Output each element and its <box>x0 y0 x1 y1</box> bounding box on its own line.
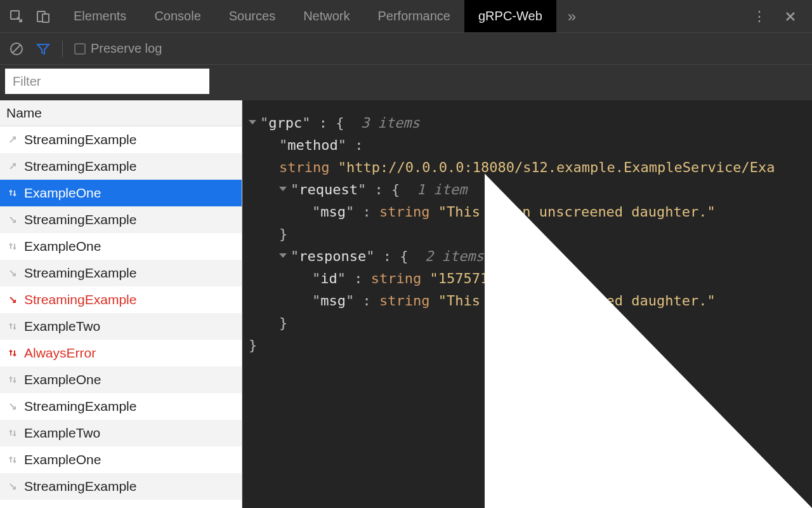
device-icon[interactable] <box>36 9 51 24</box>
tab-elements[interactable]: Elements <box>60 0 140 32</box>
tree-row: string "http://0.0.0.0:18080/s12.example… <box>249 156 806 178</box>
toolbar: Preserve log <box>0 33 812 65</box>
list-header-name: Name <box>0 100 242 126</box>
list-item[interactable]: ExampleOne <box>0 446 242 473</box>
filter-input[interactable] <box>5 69 209 94</box>
toolbar-divider <box>62 41 63 57</box>
list-item-label: StreamingExample <box>24 132 136 147</box>
tree-row[interactable]: "msg" : string "This is an unscreened da… <box>249 201 806 223</box>
detail-panel: "grpc" : { 3 items "method" : string "ht… <box>242 100 812 508</box>
list-item-label: StreamingExample <box>24 159 136 174</box>
tree-row[interactable]: "id" : string "1575714596" <box>249 267 806 290</box>
list-item[interactable]: StreamingExample <box>0 260 242 286</box>
tab-grpc-web[interactable]: gRPC-Web <box>464 0 556 32</box>
down-arrow-icon <box>6 400 19 413</box>
list-item[interactable]: ExampleTwo <box>0 420 242 446</box>
list-item-label: StreamingExample <box>24 292 136 307</box>
preserve-log-label: Preserve log <box>91 41 162 56</box>
tab-console[interactable]: Console <box>140 0 214 32</box>
updown-icon <box>6 453 19 466</box>
list-item-label: ExampleOne <box>24 372 101 387</box>
tab-sources[interactable]: Sources <box>215 0 289 32</box>
updown-icon <box>6 427 19 439</box>
preserve-log-checkbox[interactable] <box>74 43 86 55</box>
chevron-down-icon[interactable] <box>279 187 287 191</box>
tab-performance[interactable]: Performance <box>364 0 465 32</box>
preserve-log-toggle[interactable]: Preserve log <box>74 41 162 56</box>
list-item-label: StreamingExample <box>24 399 136 414</box>
list-item[interactable]: StreamingExample <box>0 126 242 153</box>
updown-icon <box>6 320 19 333</box>
tree-row[interactable]: "grpc" : { 3 items <box>249 112 806 134</box>
chevron-down-icon[interactable] <box>279 253 287 258</box>
tree-row[interactable]: "method" : <box>249 134 806 156</box>
list-item[interactable]: StreamingExample <box>0 286 242 313</box>
up-arrow-icon <box>6 133 19 146</box>
list-item-label: ExampleTwo <box>24 425 100 441</box>
list-item-label: ExampleTwo <box>24 319 100 334</box>
list-item[interactable]: StreamingExample <box>0 206 242 233</box>
close-icon[interactable] <box>784 10 797 23</box>
main-content: Name StreamingExampleStreamingExampleExa… <box>0 100 812 508</box>
kebab-menu-icon[interactable]: ⋮ <box>752 8 766 25</box>
filter-bar <box>0 65 812 100</box>
request-list-panel: Name StreamingExampleStreamingExampleExa… <box>0 100 242 508</box>
tree-row: } <box>249 312 806 334</box>
updown-icon <box>6 373 19 386</box>
list-item-label: AlwaysError <box>24 345 96 361</box>
list-item-label: StreamingExample <box>24 479 136 494</box>
list-item-label: ExampleOne <box>24 452 101 467</box>
tree-row[interactable]: "request" : { 1 item <box>249 178 806 201</box>
down-arrow-icon <box>6 480 19 493</box>
down-arrow-icon <box>6 213 19 226</box>
list-item[interactable]: StreamingExample <box>0 473 242 500</box>
updown-icon <box>6 187 19 199</box>
devtools-tab-bar: ElementsConsoleSourcesNetworkPerformance… <box>0 0 812 33</box>
list-item[interactable]: ExampleOne <box>0 366 242 393</box>
list-item-label: ExampleOne <box>24 239 101 254</box>
tree-row[interactable]: "msg" : string "This is an unscreened da… <box>249 290 806 312</box>
tabs-container: ElementsConsoleSourcesNetworkPerformance… <box>60 0 556 32</box>
tree-row: } <box>249 223 806 245</box>
svg-rect-2 <box>43 14 49 22</box>
chevron-down-icon[interactable] <box>249 120 256 124</box>
tree-row[interactable]: "response" : { 2 items <box>249 245 806 267</box>
list-item[interactable]: ExampleOne <box>0 180 242 206</box>
request-list: StreamingExampleStreamingExampleExampleO… <box>0 126 242 500</box>
list-item-label: StreamingExample <box>24 212 136 227</box>
inspect-icon[interactable] <box>9 9 24 24</box>
down-arrow-icon <box>6 267 19 279</box>
updown-icon <box>6 240 19 253</box>
list-item[interactable]: StreamingExample <box>0 393 242 420</box>
list-item[interactable]: ExampleOne <box>0 233 242 260</box>
tab-bar-left-icons <box>0 9 60 24</box>
overflow-tabs-icon[interactable]: » <box>556 8 587 25</box>
list-item-label: ExampleOne <box>24 185 101 201</box>
clear-icon[interactable] <box>9 41 24 57</box>
list-item[interactable]: ExampleTwo <box>0 313 242 340</box>
tree-row: } <box>249 334 806 356</box>
updown-icon <box>6 347 19 359</box>
list-item-label: StreamingExample <box>24 265 136 281</box>
list-item[interactable]: StreamingExample <box>0 153 242 180</box>
filter-icon[interactable] <box>36 41 51 57</box>
up-arrow-icon <box>6 160 19 173</box>
down-arrow-icon <box>6 293 19 306</box>
tab-network[interactable]: Network <box>289 0 363 32</box>
tab-bar-right-icons: ⋮ <box>752 8 812 25</box>
list-item[interactable]: AlwaysError <box>0 340 242 366</box>
